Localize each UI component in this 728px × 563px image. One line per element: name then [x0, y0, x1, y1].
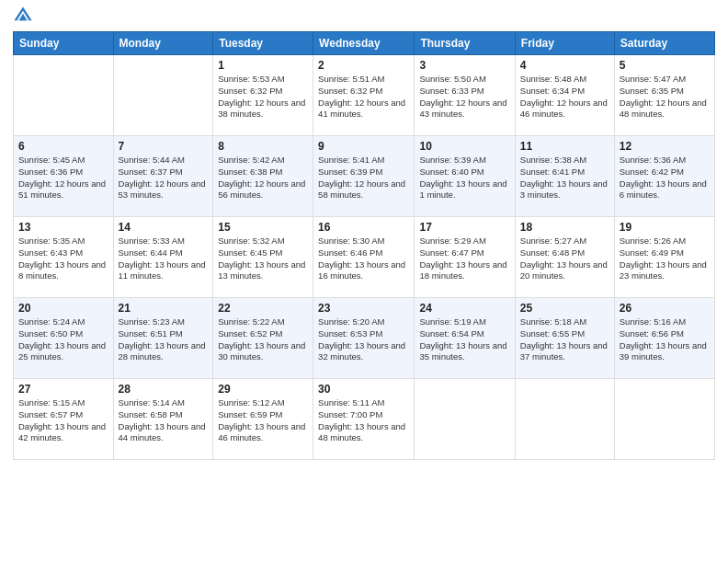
- day-info: Sunrise: 5:51 AM Sunset: 6:32 PM Dayligh…: [318, 74, 409, 121]
- calendar-cell: 27Sunrise: 5:15 AM Sunset: 6:57 PM Dayli…: [14, 379, 114, 460]
- weekday-header-sunday: Sunday: [14, 32, 114, 55]
- day-number: 7: [119, 140, 209, 153]
- day-number: 8: [218, 140, 308, 153]
- day-number: 14: [119, 221, 209, 234]
- weekday-header-wednesday: Wednesday: [313, 32, 415, 55]
- day-info: Sunrise: 5:16 AM Sunset: 6:56 PM Dayligh…: [620, 316, 710, 363]
- day-number: 19: [620, 221, 710, 234]
- calendar-cell: 30Sunrise: 5:11 AM Sunset: 7:00 PM Dayli…: [313, 379, 415, 460]
- calendar-cell: 1Sunrise: 5:53 AM Sunset: 6:32 PM Daylig…: [213, 55, 313, 136]
- day-info: Sunrise: 5:32 AM Sunset: 6:45 PM Dayligh…: [218, 236, 308, 282]
- day-number: 15: [218, 221, 308, 234]
- weekday-header-thursday: Thursday: [415, 32, 515, 55]
- calendar-cell: 17Sunrise: 5:29 AM Sunset: 6:47 PM Dayli…: [415, 217, 515, 298]
- day-number: 26: [620, 302, 710, 315]
- day-info: Sunrise: 5:44 AM Sunset: 6:37 PM Dayligh…: [119, 155, 209, 201]
- day-info: Sunrise: 5:11 AM Sunset: 7:00 PM Dayligh…: [318, 397, 409, 444]
- day-number: 20: [18, 302, 108, 315]
- day-number: 17: [419, 221, 509, 234]
- day-number: 10: [419, 140, 509, 153]
- calendar-cell: [113, 55, 213, 136]
- day-info: Sunrise: 5:47 AM Sunset: 6:35 PM Dayligh…: [620, 74, 710, 121]
- weekday-header-friday: Friday: [515, 32, 614, 55]
- calendar-cell: [14, 55, 114, 136]
- day-info: Sunrise: 5:18 AM Sunset: 6:55 PM Dayligh…: [520, 316, 609, 363]
- day-info: Sunrise: 5:19 AM Sunset: 6:54 PM Dayligh…: [419, 316, 509, 363]
- calendar-cell: 10Sunrise: 5:39 AM Sunset: 6:40 PM Dayli…: [415, 136, 515, 217]
- calendar-cell: 5Sunrise: 5:47 AM Sunset: 6:35 PM Daylig…: [614, 55, 714, 136]
- week-row-2: 6Sunrise: 5:45 AM Sunset: 6:36 PM Daylig…: [14, 136, 715, 217]
- weekday-header-row: SundayMondayTuesdayWednesdayThursdayFrid…: [14, 32, 715, 55]
- calendar-cell: 25Sunrise: 5:18 AM Sunset: 6:55 PM Dayli…: [515, 298, 614, 379]
- calendar-cell: 13Sunrise: 5:35 AM Sunset: 6:43 PM Dayli…: [14, 217, 114, 298]
- calendar-cell: 2Sunrise: 5:51 AM Sunset: 6:32 PM Daylig…: [313, 55, 415, 136]
- day-info: Sunrise: 5:23 AM Sunset: 6:51 PM Dayligh…: [119, 316, 209, 363]
- calendar-cell: 9Sunrise: 5:41 AM Sunset: 6:39 PM Daylig…: [313, 136, 415, 217]
- day-number: 3: [419, 59, 509, 72]
- day-number: 23: [318, 302, 409, 315]
- day-info: Sunrise: 5:20 AM Sunset: 6:53 PM Dayligh…: [318, 316, 409, 363]
- day-number: 6: [18, 140, 108, 153]
- calendar-cell: 6Sunrise: 5:45 AM Sunset: 6:36 PM Daylig…: [14, 136, 114, 217]
- day-number: 18: [520, 221, 609, 234]
- day-info: Sunrise: 5:48 AM Sunset: 6:34 PM Dayligh…: [520, 74, 609, 121]
- page: SundayMondayTuesdayWednesdayThursdayFrid…: [0, 0, 728, 563]
- day-info: Sunrise: 5:22 AM Sunset: 6:52 PM Dayligh…: [218, 316, 308, 363]
- calendar-cell: [515, 379, 614, 460]
- weekday-header-saturday: Saturday: [614, 32, 714, 55]
- calendar-cell: 8Sunrise: 5:42 AM Sunset: 6:38 PM Daylig…: [213, 136, 313, 217]
- calendar-cell: 14Sunrise: 5:33 AM Sunset: 6:44 PM Dayli…: [113, 217, 213, 298]
- day-number: 28: [119, 383, 209, 396]
- calendar-cell: 23Sunrise: 5:20 AM Sunset: 6:53 PM Dayli…: [313, 298, 415, 379]
- calendar-cell: 21Sunrise: 5:23 AM Sunset: 6:51 PM Dayli…: [113, 298, 213, 379]
- calendar-cell: 3Sunrise: 5:50 AM Sunset: 6:33 PM Daylig…: [415, 55, 515, 136]
- day-info: Sunrise: 5:35 AM Sunset: 6:43 PM Dayligh…: [18, 236, 108, 282]
- header: [13, 9, 715, 26]
- day-number: 1: [218, 59, 308, 72]
- day-info: Sunrise: 5:50 AM Sunset: 6:33 PM Dayligh…: [419, 74, 509, 121]
- day-info: Sunrise: 5:12 AM Sunset: 6:59 PM Dayligh…: [218, 397, 308, 444]
- day-info: Sunrise: 5:30 AM Sunset: 6:46 PM Dayligh…: [318, 236, 409, 282]
- day-info: Sunrise: 5:24 AM Sunset: 6:50 PM Dayligh…: [18, 316, 108, 363]
- calendar-cell: 7Sunrise: 5:44 AM Sunset: 6:37 PM Daylig…: [113, 136, 213, 217]
- calendar-cell: 19Sunrise: 5:26 AM Sunset: 6:49 PM Dayli…: [614, 217, 714, 298]
- week-row-5: 27Sunrise: 5:15 AM Sunset: 6:57 PM Dayli…: [14, 379, 715, 460]
- day-number: 22: [218, 302, 308, 315]
- week-row-4: 20Sunrise: 5:24 AM Sunset: 6:50 PM Dayli…: [14, 298, 715, 379]
- day-number: 30: [318, 383, 409, 396]
- day-info: Sunrise: 5:26 AM Sunset: 6:49 PM Dayligh…: [620, 236, 710, 282]
- calendar-cell: [415, 379, 515, 460]
- day-number: 2: [318, 59, 409, 72]
- calendar-cell: [614, 379, 714, 460]
- calendar-cell: 15Sunrise: 5:32 AM Sunset: 6:45 PM Dayli…: [213, 217, 313, 298]
- week-row-3: 13Sunrise: 5:35 AM Sunset: 6:43 PM Dayli…: [14, 217, 715, 298]
- day-number: 21: [119, 302, 209, 315]
- logo-icon: [13, 6, 33, 26]
- day-number: 24: [419, 302, 509, 315]
- calendar-cell: 11Sunrise: 5:38 AM Sunset: 6:41 PM Dayli…: [515, 136, 614, 217]
- calendar-cell: 4Sunrise: 5:48 AM Sunset: 6:34 PM Daylig…: [515, 55, 614, 136]
- day-number: 9: [318, 140, 409, 153]
- weekday-header-monday: Monday: [113, 32, 213, 55]
- day-number: 13: [18, 221, 108, 234]
- calendar-cell: 26Sunrise: 5:16 AM Sunset: 6:56 PM Dayli…: [614, 298, 714, 379]
- calendar-cell: 20Sunrise: 5:24 AM Sunset: 6:50 PM Dayli…: [14, 298, 114, 379]
- calendar-cell: 29Sunrise: 5:12 AM Sunset: 6:59 PM Dayli…: [213, 379, 313, 460]
- calendar-cell: 24Sunrise: 5:19 AM Sunset: 6:54 PM Dayli…: [415, 298, 515, 379]
- day-info: Sunrise: 5:33 AM Sunset: 6:44 PM Dayligh…: [119, 236, 209, 282]
- calendar-cell: 16Sunrise: 5:30 AM Sunset: 6:46 PM Dayli…: [313, 217, 415, 298]
- logo: [13, 9, 35, 26]
- day-info: Sunrise: 5:38 AM Sunset: 6:41 PM Dayligh…: [520, 155, 609, 201]
- calendar: SundayMondayTuesdayWednesdayThursdayFrid…: [13, 31, 715, 460]
- day-info: Sunrise: 5:15 AM Sunset: 6:57 PM Dayligh…: [18, 397, 108, 444]
- calendar-cell: 22Sunrise: 5:22 AM Sunset: 6:52 PM Dayli…: [213, 298, 313, 379]
- day-number: 27: [18, 383, 108, 396]
- day-info: Sunrise: 5:29 AM Sunset: 6:47 PM Dayligh…: [419, 236, 509, 282]
- day-number: 11: [520, 140, 609, 153]
- day-number: 25: [520, 302, 609, 315]
- day-number: 29: [218, 383, 308, 396]
- day-number: 5: [620, 59, 710, 72]
- day-info: Sunrise: 5:36 AM Sunset: 6:42 PM Dayligh…: [620, 155, 710, 201]
- day-info: Sunrise: 5:41 AM Sunset: 6:39 PM Dayligh…: [318, 155, 409, 201]
- day-number: 16: [318, 221, 409, 234]
